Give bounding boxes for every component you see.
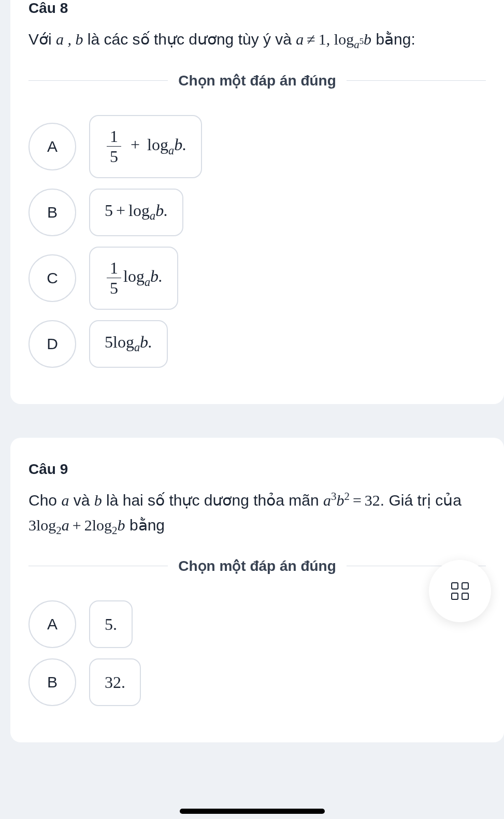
q8-title: Câu 8 <box>28 0 486 17</box>
option-letter-a: A <box>28 123 76 170</box>
q9-text: Cho a và b là hai số thực dương thỏa mãn… <box>28 488 486 540</box>
divider-line <box>28 80 168 81</box>
q9-option-a[interactable]: A 5. <box>28 600 486 648</box>
q9-text-part: Cho <box>28 492 61 509</box>
question-8-card: Câu 8 Với a , b là các số thực dương tùy… <box>10 0 504 404</box>
option-letter-d: D <box>28 320 76 368</box>
option-content-b: 32. <box>89 658 141 706</box>
q8-text-part: Với <box>28 31 56 48</box>
q9-text-part: . Giá trị của <box>380 492 462 509</box>
q8-math-ne1: a≠1, loga5b <box>296 31 371 48</box>
grid-icon <box>451 582 469 600</box>
q9-text-part: là hai số thực dương thỏa mãn <box>102 492 323 509</box>
q8-divider: Chọn một đáp án đúng <box>28 72 486 89</box>
q9-text-part: và <box>69 492 94 509</box>
q9-text-part: bằng <box>125 516 165 534</box>
option-letter-b: B <box>28 658 76 706</box>
q8-text-part: là các số thực dương tùy ý và <box>83 31 296 48</box>
q8-option-a[interactable]: A 15 + logab. <box>28 115 486 178</box>
option-content-c: 15logab. <box>89 247 178 310</box>
option-content-a: 5. <box>89 600 133 648</box>
q8-option-c[interactable]: C 15logab. <box>28 247 486 310</box>
q9-option-b[interactable]: B 32. <box>28 658 486 706</box>
q9-math-a: a <box>61 492 69 509</box>
q8-math-ab: a , b <box>56 31 83 48</box>
q8-text: Với a , b là các số thực dương tùy ý và … <box>28 27 486 54</box>
option-content-a: 15 + logab. <box>89 115 202 178</box>
q9-title: Câu 9 <box>28 461 486 478</box>
q8-option-d[interactable]: D 5logab. <box>28 320 486 368</box>
q8-text-part: bằng: <box>371 31 415 48</box>
option-letter-a: A <box>28 600 76 648</box>
option-letter-c: C <box>28 254 76 302</box>
home-indicator <box>180 809 325 814</box>
q9-math-expr: 3log2a+2log2b <box>28 516 125 534</box>
q8-option-b[interactable]: B 5+logab. <box>28 189 486 236</box>
divider-line <box>28 566 168 566</box>
grid-menu-button[interactable] <box>429 560 491 622</box>
option-content-b: 5+logab. <box>89 189 183 236</box>
divider-text: Chọn một đáp án đúng <box>168 72 347 89</box>
divider-text: Chọn một đáp án đúng <box>168 557 347 574</box>
q9-math-eq: a3b2=32 <box>323 492 380 509</box>
option-letter-b: B <box>28 189 76 236</box>
q9-divider: Chọn một đáp án đúng <box>28 557 486 574</box>
q9-math-b: b <box>94 492 102 509</box>
divider-line <box>347 80 486 81</box>
option-content-d: 5logab. <box>89 320 168 368</box>
